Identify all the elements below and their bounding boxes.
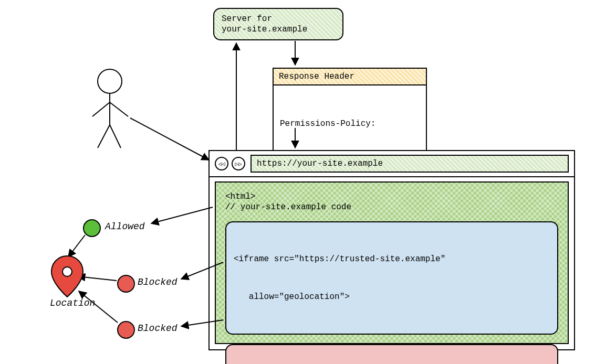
address-url: https://your-site.example bbox=[257, 159, 383, 168]
browser-window: ◁◁ ▷▷ https://your-site.example <html> /… bbox=[208, 150, 575, 350]
svg-point-6 bbox=[62, 267, 72, 276]
status-label-allowed: Allowed bbox=[105, 221, 145, 232]
iframe-trusted-box: <iframe src="https://trusted-site.exampl… bbox=[225, 221, 558, 335]
nav-forward-button[interactable]: ▷▷ bbox=[232, 157, 245, 170]
page-code-line-html: <html> bbox=[225, 192, 558, 201]
status-dot-blocked-ad bbox=[117, 321, 135, 339]
status-dot-blocked-trusted bbox=[117, 275, 135, 293]
response-header-title: Response Header bbox=[274, 69, 426, 85]
iframe-trusted-line1: <iframe src="https://trusted-site.exampl… bbox=[234, 253, 550, 265]
server-line2: your-site.example bbox=[222, 24, 307, 35]
diagram-stage: Server for your-site.example Response He… bbox=[0, 0, 595, 364]
policy-name: Permissions-Policy: bbox=[280, 117, 420, 131]
arrow-allowed-to-location bbox=[68, 235, 85, 257]
svg-line-3 bbox=[110, 102, 128, 116]
browser-toolbar: ◁◁ ▷▷ https://your-site.example bbox=[210, 151, 574, 177]
server-line1: Server for bbox=[222, 14, 307, 24]
page-code-line-comment: // your-site.example code bbox=[225, 202, 558, 212]
server-box: Server for your-site.example bbox=[213, 8, 343, 40]
location-label: Location bbox=[50, 298, 95, 308]
status-dot-allowed bbox=[83, 219, 101, 237]
svg-line-2 bbox=[92, 102, 110, 116]
arrow-code-to-allowed bbox=[151, 207, 213, 223]
nav-back-button[interactable]: ◁◁ bbox=[215, 157, 228, 170]
arrow-user-to-browser bbox=[130, 118, 209, 160]
iframe-ad-box: <iframe src="https://ad.example" allow="… bbox=[225, 344, 558, 364]
svg-line-4 bbox=[98, 125, 110, 148]
svg-point-0 bbox=[98, 69, 122, 93]
iframe-trusted-line2: allow="geolocation"> bbox=[234, 291, 550, 303]
fast-forward-icon: ▷▷ bbox=[235, 160, 242, 167]
status-label-blocked-ad: Blocked bbox=[138, 323, 178, 334]
status-label-blocked-trusted: Blocked bbox=[138, 277, 178, 287]
svg-line-5 bbox=[110, 125, 121, 148]
location-pin-icon bbox=[51, 256, 83, 297]
address-bar[interactable]: https://your-site.example bbox=[250, 155, 569, 173]
rewind-icon: ◁◁ bbox=[218, 160, 225, 167]
arrow-blocked1-to-location bbox=[78, 276, 117, 281]
page-viewport: <html> // your-site.example code <iframe… bbox=[215, 181, 569, 344]
user-icon bbox=[92, 69, 128, 148]
